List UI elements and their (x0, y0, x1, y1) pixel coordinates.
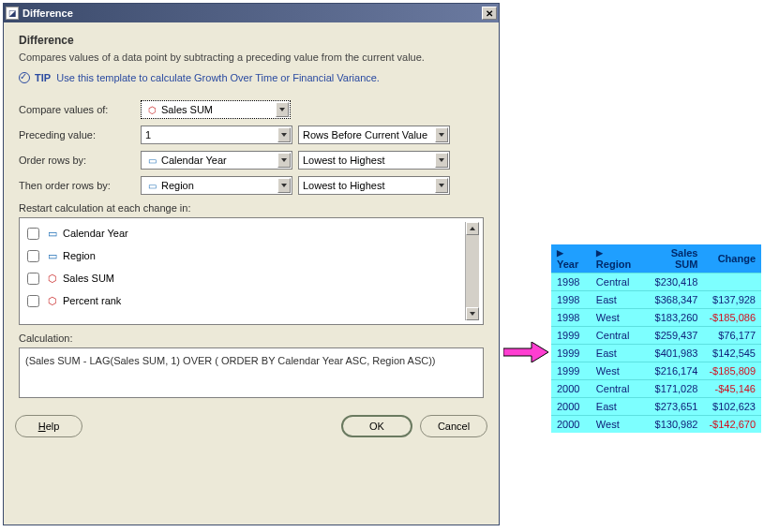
cell-year: 1999 (551, 327, 591, 345)
cell-year: 2000 (551, 380, 591, 398)
table-row: 1999Central$259,437$76,177 (551, 327, 761, 345)
table-row: 1998Central$230,418 (551, 273, 761, 291)
cell-region: West (591, 309, 643, 327)
preceding-mode: Rows Before Current Value (303, 129, 427, 140)
chevron-down-icon (435, 127, 448, 142)
restart-checkbox[interactable] (27, 273, 39, 285)
restart-listbox[interactable]: ▭Calendar Year▭Region⬡Sales SUM⬡Percent … (19, 217, 484, 325)
cell-sales: $273,651 (642, 398, 703, 416)
restart-item[interactable]: ▭Region (23, 244, 465, 267)
table-row: 1998West$183,260-$185,086 (551, 309, 761, 327)
preceding-row: Preceding value: 1 Rows Before Current V… (19, 126, 484, 144)
then-by: Region (161, 180, 194, 191)
cell-region: Central (591, 273, 643, 291)
chevron-down-icon (277, 153, 291, 168)
compare-label: Compare values of: (19, 104, 141, 115)
cancel-button[interactable]: Cancel (420, 415, 487, 437)
col-year[interactable]: ▶Year (551, 244, 591, 273)
col-sales[interactable]: Sales SUM (642, 244, 703, 273)
then-order-row: Then order rows by: ▭ Region Lowest to H… (19, 176, 484, 195)
table-row: 2000East$273,651$102,623 (551, 398, 761, 416)
help-button[interactable]: Help (15, 415, 82, 437)
chevron-down-icon (276, 102, 289, 117)
measure-icon: ⬡ (48, 295, 57, 307)
ok-button[interactable]: OK (341, 415, 412, 437)
cell-sales: $259,437 (642, 327, 703, 345)
then-by-dropdown[interactable]: ▭ Region (141, 176, 292, 195)
compare-row: Compare values of: ⬡ Sales SUM (19, 100, 484, 119)
cell-change: $142,545 (703, 345, 761, 362)
scrollbar[interactable] (465, 222, 479, 320)
cell-sales: $401,983 (642, 345, 703, 362)
dimension-icon: ▭ (48, 250, 57, 262)
scroll-down-button[interactable] (466, 307, 479, 320)
restart-item-label: Region (63, 250, 96, 261)
dialog-content: Difference Compares values of a data poi… (4, 22, 499, 406)
tip-text: Use this template to calculate Growth Ov… (56, 72, 380, 83)
restart-item[interactable]: ⬡Sales SUM (23, 267, 465, 289)
order-by: Calendar Year (161, 155, 227, 166)
cell-sales: $171,028 (642, 380, 703, 398)
restart-checkbox[interactable] (27, 295, 39, 307)
sort-icon: ▶ (557, 248, 563, 258)
arrow-icon (503, 342, 548, 362)
then-order-label: Then order rows by: (19, 180, 141, 191)
preceding-mode-dropdown[interactable]: Rows Before Current Value (298, 126, 450, 144)
cell-change: $137,928 (703, 291, 761, 309)
then-dir: Lowest to Highest (303, 180, 384, 191)
dialog-title: Difference (22, 7, 482, 19)
cell-change: -$185,086 (703, 309, 761, 327)
cell-year: 1999 (551, 362, 591, 380)
calculation-text: (Sales SUM - LAG(Sales SUM, 1) OVER ( OR… (25, 355, 436, 366)
col-change[interactable]: Change (703, 244, 761, 273)
cell-change: -$185,809 (703, 362, 761, 380)
then-direction-dropdown[interactable]: Lowest to Highest (298, 176, 450, 195)
sort-icon: ▶ (596, 248, 603, 258)
help-label: elp (46, 421, 60, 432)
scroll-up-button[interactable] (466, 222, 479, 235)
calculation-textbox[interactable]: (Sales SUM - LAG(Sales SUM, 1) OVER ( OR… (19, 347, 484, 398)
cell-sales: $183,260 (642, 309, 703, 327)
section-description: Compares values of a data point by subtr… (19, 51, 484, 65)
order-direction-dropdown[interactable]: Lowest to Highest (298, 151, 450, 170)
restart-label: Restart calculation at each change in: (19, 202, 484, 214)
measure-icon: ⬡ (48, 273, 57, 285)
cell-year: 1998 (551, 309, 591, 327)
order-label: Order rows by: (19, 155, 141, 166)
cell-region: West (591, 416, 643, 434)
cell-region: East (591, 345, 643, 362)
calculation-label: Calculation: (19, 332, 484, 344)
table-row: 1998East$368,347$137,928 (551, 291, 761, 309)
button-bar: Help OK Cancel (4, 406, 499, 447)
compare-values-dropdown[interactable]: ⬡ Sales SUM (141, 100, 291, 119)
restart-item[interactable]: ▭Calendar Year (23, 222, 465, 244)
preceding-value: 1 (145, 129, 151, 140)
col-region[interactable]: ▶Region (591, 244, 643, 273)
compare-value: Sales SUM (161, 104, 213, 115)
cell-sales: $230,418 (642, 273, 703, 291)
restart-item[interactable]: ⬡Percent rank (23, 289, 465, 312)
restart-checkbox[interactable] (27, 250, 39, 262)
cell-region: West (591, 362, 643, 380)
close-button[interactable]: ✕ (482, 7, 497, 20)
section-heading: Difference (19, 34, 484, 47)
cell-region: East (591, 291, 643, 309)
cell-sales: $216,174 (642, 362, 703, 380)
difference-dialog: ◪ Difference ✕ Difference Compares value… (3, 3, 500, 525)
dimension-icon: ▭ (145, 154, 158, 167)
order-row: Order rows by: ▭ Calendar Year Lowest to… (19, 151, 484, 170)
measure-icon: ⬡ (145, 103, 158, 116)
result-table: ▶Year ▶Region Sales SUM Change 1998Centr… (551, 244, 761, 433)
table-row: 2000Central$171,028-$45,146 (551, 380, 761, 398)
table-row: 1999West$216,174-$185,809 (551, 362, 761, 380)
app-icon: ◪ (6, 7, 19, 20)
cell-change: $76,177 (703, 327, 761, 345)
preceding-value-input[interactable]: 1 (141, 126, 292, 144)
restart-checkbox[interactable] (27, 228, 39, 240)
titlebar[interactable]: ◪ Difference ✕ (4, 4, 499, 22)
chevron-down-icon (435, 178, 448, 193)
order-by-dropdown[interactable]: ▭ Calendar Year (141, 151, 292, 170)
cell-year: 2000 (551, 398, 591, 416)
table-row: 2000West$130,982-$142,670 (551, 416, 761, 434)
cell-year: 2000 (551, 416, 591, 434)
